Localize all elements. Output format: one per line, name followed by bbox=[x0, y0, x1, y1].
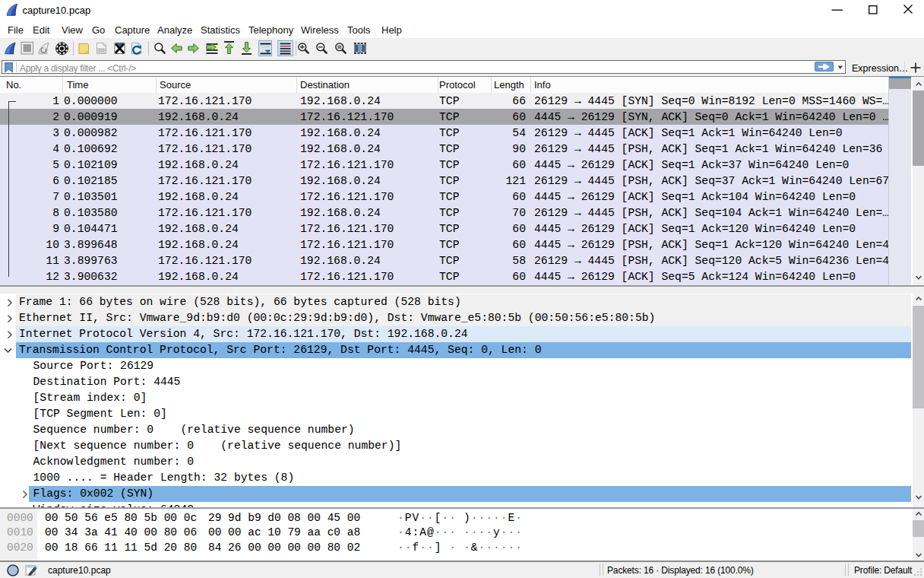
svg-text:010: 010 bbox=[99, 49, 105, 52]
